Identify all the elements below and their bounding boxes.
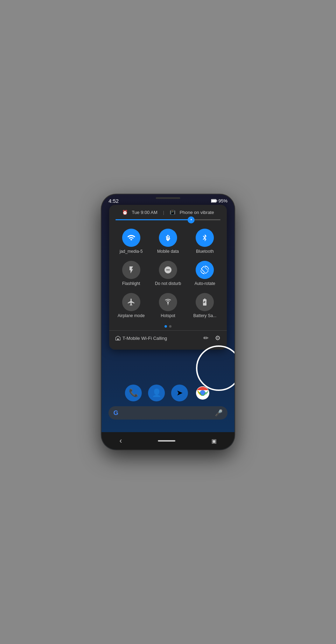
vibrate-icon: 📳 — [170, 210, 175, 215]
svg-point-5 — [201, 391, 205, 395]
airplane-label: Airplane mode — [118, 313, 145, 318]
phone-screen: 4:52 95% ⏰ Tue 9:00 AM | 📳 Phone on vibr… — [102, 194, 234, 450]
status-bar: 4:52 95% — [102, 194, 234, 205]
flashlight-label: Flashlight — [122, 281, 140, 286]
toggle-mobile-data[interactable]: Mobile data — [149, 225, 186, 257]
dock-row: 📞 👤 ➤ — [102, 382, 234, 404]
edit-button[interactable]: ✏ — [203, 334, 209, 342]
brightness-track[interactable] — [115, 219, 220, 220]
home-area: 📞 👤 ➤ G — [102, 382, 234, 422]
notification-shade: ⏰ Tue 9:00 AM | 📳 Phone on vibrate — [109, 205, 227, 350]
toggle-bluetooth[interactable]: Bluetooth — [187, 225, 223, 257]
airplane-circle — [122, 293, 140, 311]
signal-label: T-Mobile Wi-Fi Calling — [115, 336, 167, 341]
toggle-dnd[interactable]: Do not disturb — [149, 257, 186, 289]
divider: | — [163, 210, 164, 215]
status-time: 4:52 — [108, 198, 119, 204]
speaker-bar — [156, 197, 180, 199]
alarm-time: Tue 9:00 AM — [132, 210, 158, 215]
mobile-data-circle — [159, 229, 177, 247]
chrome-icon — [196, 386, 209, 400]
autorotate-circle — [196, 261, 214, 279]
battery-saver-label: Battery Sa... — [193, 313, 216, 318]
app-direct[interactable]: ➤ — [171, 385, 188, 401]
carrier-label: T-Mobile Wi-Fi Calling — [122, 336, 167, 341]
page-dots — [109, 323, 227, 330]
autorotate-label: Auto-rotate — [195, 281, 215, 286]
autorotate-icon — [201, 266, 209, 274]
battery-saver-circle — [196, 293, 214, 311]
brightness-row[interactable] — [109, 218, 227, 224]
bluetooth-icon — [201, 234, 209, 242]
brightness-thumb[interactable] — [188, 216, 195, 223]
toggle-hotspot[interactable]: Hotspot — [149, 289, 186, 322]
svg-rect-2 — [211, 200, 216, 202]
home-button[interactable] — [158, 440, 175, 442]
page-dot-2 — [169, 325, 172, 328]
alarm-icon: ⏰ — [122, 210, 128, 215]
app-chrome[interactable] — [194, 385, 211, 401]
signal-icon — [115, 336, 120, 341]
settings-button[interactable]: ⚙ — [215, 334, 220, 342]
wifi-icon — [127, 234, 135, 242]
toggle-airplane[interactable]: Airplane mode — [113, 289, 149, 322]
battery-icon — [211, 199, 217, 203]
flashlight-icon — [127, 266, 135, 274]
app-phone[interactable]: 📞 — [125, 385, 142, 401]
voice-search-icon[interactable]: 🎤 — [215, 409, 223, 417]
toggle-autorotate[interactable]: Auto-rotate — [187, 257, 223, 289]
wifi-label: jad_media-5 — [120, 249, 143, 254]
wifi-circle — [122, 229, 140, 247]
airplane-icon — [127, 298, 135, 306]
battery-indicator: 95% — [211, 198, 227, 203]
mobile-data-icon — [164, 234, 172, 242]
shade-bottom-row: T-Mobile Wi-Fi Calling ✏ ⚙ — [109, 330, 227, 345]
back-button[interactable]: ‹ — [119, 436, 122, 445]
dnd-icon — [164, 266, 172, 274]
recents-button[interactable]: ▣ — [211, 438, 217, 444]
brightness-fill — [115, 219, 191, 220]
vibrate-label: Phone on vibrate — [180, 210, 214, 215]
quick-toggles-grid: jad_media-5 Mobile data — [109, 224, 227, 323]
hotspot-label: Hotspot — [161, 313, 175, 318]
bluetooth-circle — [196, 229, 214, 247]
dnd-circle — [159, 261, 177, 279]
mobile-data-label: Mobile data — [157, 249, 179, 254]
hotspot-icon — [164, 298, 172, 306]
page-dot-1 — [164, 325, 167, 328]
battery-saver-icon — [201, 298, 209, 306]
nav-bar: ‹ ▣ — [102, 432, 234, 450]
hotspot-circle — [159, 293, 177, 311]
app-contacts[interactable]: 👤 — [148, 385, 165, 401]
toggle-battery-saver[interactable]: Battery Sa... — [187, 289, 223, 322]
shade-status-row: ⏰ Tue 9:00 AM | 📳 Phone on vibrate — [109, 210, 227, 218]
phone-device: 4:52 95% ⏰ Tue 9:00 AM | 📳 Phone on vibr… — [102, 194, 234, 450]
shade-action-icons: ✏ ⚙ — [203, 334, 220, 342]
battery-percent: 95% — [218, 198, 227, 203]
google-search-bar[interactable]: G 🎤 — [108, 406, 227, 420]
google-g-logo: G — [113, 409, 118, 417]
svg-rect-1 — [216, 200, 217, 202]
toggle-wifi[interactable]: jad_media-5 — [113, 225, 149, 257]
flashlight-circle — [122, 261, 140, 279]
bluetooth-label: Bluetooth — [196, 249, 214, 254]
dnd-label: Do not disturb — [155, 281, 181, 286]
toggle-flashlight[interactable]: Flashlight — [113, 257, 149, 289]
